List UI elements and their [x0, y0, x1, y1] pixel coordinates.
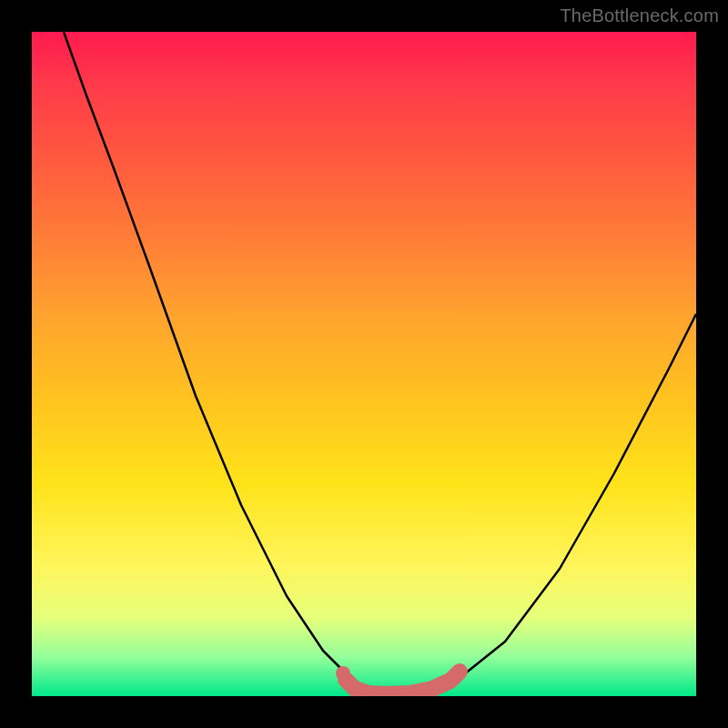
watermark-text: TheBottleneck.com	[560, 5, 719, 26]
valley-dot	[336, 666, 350, 681]
chart-svg	[32, 32, 696, 696]
bottleneck-curve	[64, 32, 696, 693]
chart-plot-area	[32, 32, 696, 696]
valley-highlight	[346, 672, 460, 694]
